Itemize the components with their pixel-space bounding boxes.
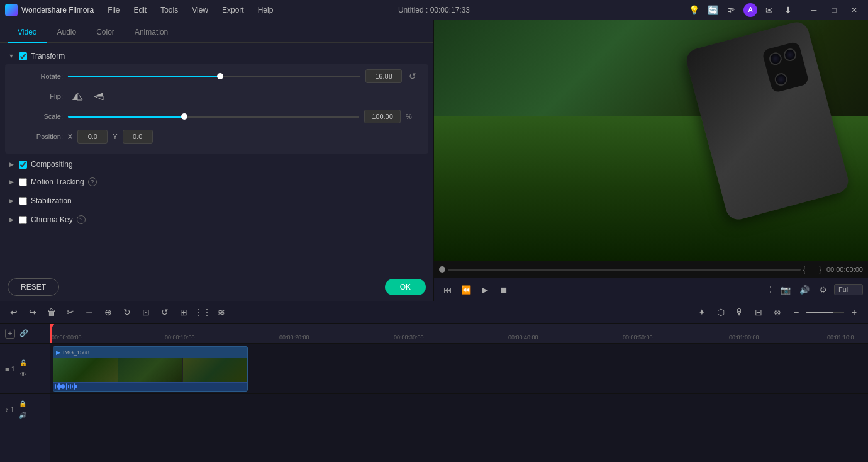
rotate-button[interactable]: ↺ xyxy=(156,303,174,321)
transform-button[interactable]: ⊞ xyxy=(175,303,192,321)
reset-button[interactable]: RESET xyxy=(8,278,59,296)
cut-button[interactable]: ✂ xyxy=(62,303,79,321)
scale-input[interactable]: 100.00 xyxy=(364,110,401,123)
mic-icon[interactable]: 🎙 xyxy=(731,303,748,321)
time-label-1: 00:00:10:00 xyxy=(165,334,195,341)
wave-bar xyxy=(57,385,58,388)
position-y-input[interactable]: 0.0 xyxy=(123,130,153,144)
ok-button[interactable]: OK xyxy=(385,279,426,295)
play-button[interactable]: ▶ xyxy=(477,281,493,298)
menu-export[interactable]: Export xyxy=(216,3,250,17)
compositing-section-header[interactable]: ▶ Compositing xyxy=(0,156,433,172)
mask-icon[interactable]: ⬡ xyxy=(712,303,730,321)
timeline-area: + 🔗 ■ 1 🔒 👁 ♪ 1 🔒 🔊 xyxy=(0,324,868,462)
detach-audio-button[interactable]: ⋮⋮ xyxy=(194,303,211,321)
minimize-button[interactable]: ─ xyxy=(805,3,823,17)
bulb-icon[interactable]: 💡 xyxy=(687,3,701,17)
scene-icon[interactable]: ⊟ xyxy=(750,303,767,321)
flip-vertical-icon[interactable] xyxy=(92,89,106,103)
transform-section-header[interactable]: ▼ Transform xyxy=(0,48,433,64)
volume-icon[interactable]: 🔊 xyxy=(796,281,813,298)
video-track-1: ▶ IMG_1568 xyxy=(50,344,868,394)
menu-help[interactable]: Help xyxy=(252,3,280,17)
rotate-input[interactable]: 16.88 xyxy=(365,69,402,83)
mail-icon[interactable]: ✉ xyxy=(762,3,776,17)
motion-tracking-checkbox[interactable] xyxy=(19,178,27,186)
rotate-reset[interactable]: ↺ xyxy=(407,70,418,82)
split-button[interactable]: ⊣ xyxy=(81,303,98,321)
scrubber-dot[interactable] xyxy=(439,266,445,273)
menu-view[interactable]: View xyxy=(186,3,214,17)
avatar[interactable]: A xyxy=(743,3,757,17)
wave-bar xyxy=(66,383,67,390)
video-preview xyxy=(434,20,868,261)
menu-file[interactable]: File xyxy=(101,3,126,17)
snapshot-icon[interactable]: 📷 xyxy=(777,281,794,298)
sync-icon[interactable]: 🔄 xyxy=(706,3,720,17)
compositing-section: ▶ Compositing xyxy=(0,156,433,172)
chroma-key-checkbox[interactable] xyxy=(19,216,27,224)
video-clip[interactable]: ▶ IMG_1568 xyxy=(53,346,248,392)
flip-horizontal-icon[interactable] xyxy=(70,89,84,103)
motion-tracking-help-icon[interactable]: ? xyxy=(88,177,97,186)
motion-tracking-header[interactable]: ▶ Motion Tracking ? xyxy=(0,172,433,191)
rotate-slider[interactable] xyxy=(68,76,360,77)
preview-scrubber[interactable]: { } 00:00:00:00 xyxy=(434,261,868,278)
time-ruler[interactable]: 00:00:00:00 00:00:10:00 00:00:20:00 00:0… xyxy=(50,324,868,344)
crop-button[interactable]: ⊡ xyxy=(137,303,155,321)
menu-edit[interactable]: Edit xyxy=(128,3,153,17)
maximize-button[interactable]: □ xyxy=(825,3,843,17)
scale-slider[interactable] xyxy=(68,116,359,118)
audio-volume-icon[interactable]: 🔊 xyxy=(18,411,27,420)
scrubber-track[interactable] xyxy=(448,269,801,271)
delete-button[interactable]: 🗑 xyxy=(43,303,60,321)
compositing-checkbox[interactable] xyxy=(19,161,27,169)
track-visible-icon[interactable]: 👁 xyxy=(19,370,28,379)
stabilization-header[interactable]: ▶ Stabilization xyxy=(0,191,433,210)
menu-tools[interactable]: Tools xyxy=(154,3,184,17)
chroma-key-help-icon[interactable]: ? xyxy=(77,215,86,224)
redo-button[interactable]: ↪ xyxy=(24,303,42,321)
add-track-button[interactable]: + xyxy=(5,329,15,339)
timeline-zoom-slider[interactable] xyxy=(806,312,844,313)
skip-back-button[interactable]: ⏮ xyxy=(439,281,455,298)
fullscreen-icon[interactable]: ⛶ xyxy=(759,281,775,298)
tab-color[interactable]: Color xyxy=(86,23,125,43)
zoom-icon[interactable]: ⊗ xyxy=(769,303,786,321)
loop-button[interactable]: ↻ xyxy=(118,303,136,321)
audio-lock-icon[interactable]: 🔒 xyxy=(18,400,27,408)
tab-video[interactable]: Video xyxy=(8,23,47,43)
lens-2 xyxy=(782,47,798,62)
copy-button[interactable]: ⊕ xyxy=(99,303,117,321)
timeline-tracks: ▶ IMG_1568 xyxy=(50,344,868,462)
clip-icon: ▶ xyxy=(56,349,60,356)
undo-button[interactable]: ↩ xyxy=(5,303,23,321)
stabilization-checkbox[interactable] xyxy=(19,197,27,205)
fx-icon[interactable]: ✦ xyxy=(693,303,711,321)
frame-back-button[interactable]: ⏪ xyxy=(458,281,474,298)
main-area: Video Audio Color Animation ▼ Transform … xyxy=(0,20,868,301)
track-number-1: ■ 1 xyxy=(5,365,15,373)
link-tracks-button[interactable]: 🔗 xyxy=(19,329,29,339)
download-icon[interactable]: ⬇ xyxy=(781,3,795,17)
audio-stretch-button[interactable]: ≋ xyxy=(213,303,230,321)
tab-animation[interactable]: Animation xyxy=(125,23,178,43)
titlebar: Wondershare Filmora File Edit Tools View… xyxy=(0,0,868,20)
position-x-input[interactable]: 0.0 xyxy=(77,130,108,144)
stabilization-section: ▶ Stabilization xyxy=(0,191,433,210)
plus-icon[interactable]: + xyxy=(845,303,863,321)
close-button[interactable]: ✕ xyxy=(845,3,863,17)
playhead[interactable] xyxy=(50,324,52,343)
minus-icon[interactable]: − xyxy=(787,303,805,321)
stop-button[interactable]: ⏹ xyxy=(496,281,512,298)
time-label-2: 00:00:20:00 xyxy=(279,334,309,341)
chroma-key-header[interactable]: ▶ Chroma Key ? xyxy=(0,210,433,229)
rotate-slider-thumb[interactable] xyxy=(217,73,223,79)
settings-icon[interactable]: ⚙ xyxy=(815,281,832,298)
tab-audio[interactable]: Audio xyxy=(47,23,86,43)
scale-slider-thumb[interactable] xyxy=(181,113,187,120)
shop-icon[interactable]: 🛍 xyxy=(725,3,738,17)
quality-select[interactable]: Full xyxy=(834,284,863,295)
track-lock-icon[interactable]: 🔒 xyxy=(19,359,28,368)
transform-checkbox[interactable] xyxy=(19,52,27,60)
